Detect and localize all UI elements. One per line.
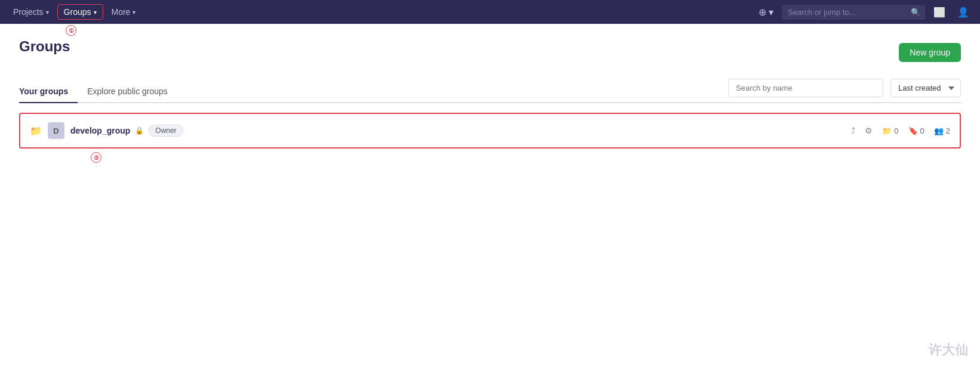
main-content: Groups New group Your groups Explore pub… bbox=[0, 24, 980, 168]
folder-stat-icon: 📁 bbox=[882, 126, 892, 135]
tabs: Your groups Explore public groups bbox=[19, 82, 177, 102]
group-item: 📁 D develop_group 🔒 Owner ⤴ ⚙ 📁 0 🔖 0 👥 bbox=[19, 113, 961, 149]
global-search-wrapper: 🔍 bbox=[782, 5, 925, 20]
page-title: Groups bbox=[19, 38, 70, 55]
tab-your-groups[interactable]: Your groups bbox=[19, 82, 78, 103]
group-actions: ⤴ ⚙ 📁 0 🔖 0 👥 2 bbox=[851, 126, 950, 135]
lock-icon: 🔒 bbox=[135, 126, 144, 135]
tab-explore[interactable]: Explore public groups bbox=[87, 82, 177, 103]
projects-chevron-icon: ▾ bbox=[46, 9, 49, 16]
settings-icon[interactable]: ⚙ bbox=[865, 126, 873, 135]
nav-right: ⊕ ▾ 🔍 ⬜ 👤 bbox=[755, 4, 973, 20]
nav-projects[interactable]: Projects ▾ bbox=[7, 5, 55, 19]
user-avatar[interactable]: 👤 bbox=[954, 4, 973, 20]
annotation-1: ① bbox=[66, 25, 76, 36]
more-chevron-icon: ▾ bbox=[132, 9, 135, 16]
nav-more[interactable]: More ▾ bbox=[106, 5, 142, 19]
group-role-badge: Owner bbox=[149, 125, 183, 137]
starred-stat: 🔖 0 bbox=[908, 126, 924, 135]
annotation-2: ② bbox=[91, 152, 101, 163]
new-item-button[interactable]: ⊕ ▾ bbox=[755, 4, 777, 20]
search-icon: 🔍 bbox=[911, 8, 920, 17]
folder-icon: 📁 bbox=[30, 125, 42, 137]
sidebar-toggle-button[interactable]: ⬜ bbox=[930, 4, 949, 20]
new-group-button[interactable]: New group bbox=[899, 43, 961, 62]
members-stat: 👥 2 bbox=[934, 126, 950, 135]
global-search-input[interactable] bbox=[782, 5, 925, 20]
share-icon[interactable]: ⤴ bbox=[851, 126, 855, 135]
groups-list: 📁 D develop_group 🔒 Owner ⤴ ⚙ 📁 0 🔖 0 👥 bbox=[19, 113, 961, 149]
group-name[interactable]: develop_group bbox=[70, 126, 130, 135]
nav-groups[interactable]: Groups ▾ bbox=[57, 4, 103, 20]
search-by-name-input[interactable] bbox=[728, 79, 883, 97]
projects-stat: 📁 0 bbox=[882, 126, 898, 135]
navbar: ① Projects ▾ Groups ▾ More ▾ ⊕ ▾ 🔍 ⬜ 👤 bbox=[0, 0, 980, 24]
group-avatar: D bbox=[48, 122, 64, 139]
bookmark-stat-icon: 🔖 bbox=[908, 126, 918, 135]
groups-chevron-icon: ▾ bbox=[94, 9, 97, 16]
members-stat-icon: 👥 bbox=[934, 126, 944, 135]
header-controls: Last created bbox=[728, 79, 961, 97]
sort-dropdown[interactable]: Last created bbox=[890, 79, 961, 97]
